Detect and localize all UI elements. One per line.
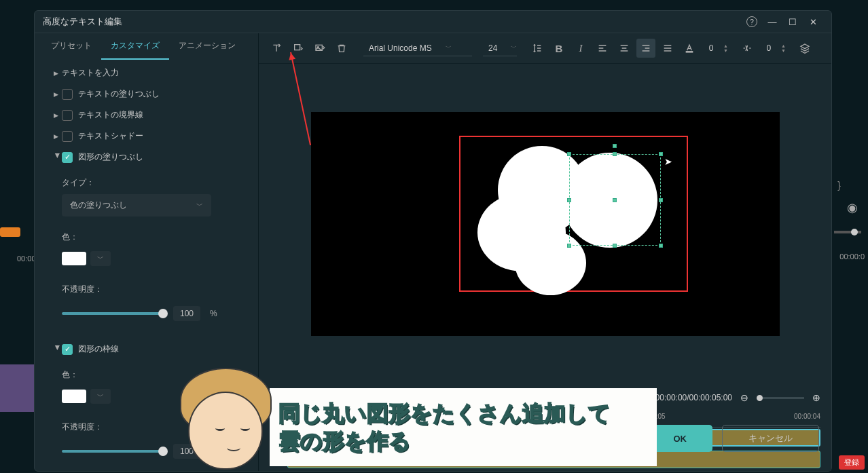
chevron-down-icon: ﹀ (446, 43, 452, 52)
resize-handle[interactable] (567, 198, 571, 202)
fill-type-select[interactable]: 色の塗りつぶし ﹀ (62, 194, 211, 216)
tab-customize[interactable]: カスタマイズ (101, 33, 169, 60)
tab-preset[interactable]: プリセット (41, 33, 101, 60)
bg-timeline-purple (0, 364, 34, 412)
close-button[interactable]: ✕ (803, 12, 823, 31)
opacity-control: 100 % (62, 306, 249, 321)
snapshot-icon[interactable]: ◉ (847, 200, 858, 215)
align-justify-icon[interactable] (658, 39, 677, 58)
spacing-spinner[interactable]: ▲▼ (723, 43, 728, 53)
line-height-input[interactable] (759, 43, 778, 53)
checkbox-text-fill[interactable] (62, 89, 73, 100)
dialog-title: 高度なテキスト編集 (43, 16, 742, 28)
register-badge[interactable]: 登録 (839, 455, 865, 470)
color-label: 色： (62, 226, 249, 246)
color-dropdown-icon[interactable]: ﹀ (90, 251, 111, 266)
opacity-value[interactable]: 100 (173, 306, 200, 321)
line-height-spinner[interactable]: ▲▼ (781, 43, 786, 53)
opacity-slider[interactable] (62, 312, 164, 315)
resize-handle[interactable] (659, 244, 663, 248)
prop-label: テキストの塗りつぶし (78, 88, 160, 100)
type-label: タイプ： (62, 172, 249, 191)
checkbox-text-border[interactable] (62, 110, 73, 121)
border-opacity-slider[interactable] (62, 450, 164, 453)
add-image-icon[interactable] (310, 39, 329, 58)
resize-handle[interactable] (659, 152, 663, 156)
resize-handle[interactable] (613, 152, 617, 156)
tab-animation[interactable]: アニメーション (169, 33, 245, 60)
checkbox-text-shadow[interactable] (62, 131, 73, 142)
line-spacing-icon[interactable] (528, 39, 547, 58)
bg-time-left: 00:00 (17, 254, 36, 263)
resize-handle[interactable] (613, 244, 617, 248)
prop-shape-fill[interactable]: ▶ ✓ 図形の塗りつぶし (35, 147, 258, 168)
avatar-character (180, 368, 272, 473)
subtitle-line2: 雲の形を作る (278, 428, 611, 456)
bg-beta-badge (0, 227, 20, 237)
chevron-down-icon: ﹀ (196, 201, 203, 210)
preview-area: ➤ (259, 64, 831, 384)
svg-rect-0 (295, 45, 300, 50)
cancel-button[interactable]: キャンセル (722, 425, 819, 452)
color-swatch (62, 390, 86, 403)
minimize-button[interactable]: — (762, 12, 782, 31)
help-button[interactable]: ? (742, 12, 762, 31)
preview-canvas[interactable]: ➤ (311, 112, 780, 336)
font-select[interactable]: Arial Unicode MS ﹀ (363, 41, 472, 56)
subtitle-text: 同じ丸い図形をたくさん追加して 雲の形を作る (278, 400, 611, 456)
align-left-icon[interactable] (593, 39, 612, 58)
prop-label: テキストを入力 (62, 67, 119, 79)
zoom-slider[interactable] (757, 397, 804, 399)
svg-rect-3 (686, 52, 692, 52)
color-picker[interactable]: ﹀ (62, 251, 249, 266)
prop-label: 図形の塗りつぶし (78, 151, 143, 163)
resize-handle[interactable] (567, 244, 571, 248)
prop-shape-border[interactable]: ▶ ✓ 図形の枠線 (35, 339, 258, 360)
prop-text-fill[interactable]: ▶ テキストの塗りつぶし (35, 83, 258, 105)
resize-handle[interactable] (567, 152, 571, 156)
color-swatch (62, 252, 86, 265)
checkbox-shape-fill[interactable]: ✓ (62, 152, 73, 163)
delete-icon[interactable] (332, 39, 351, 58)
prop-label: テキストの境界線 (78, 109, 143, 121)
letter-width-icon[interactable] (738, 39, 757, 58)
resize-handle[interactable] (659, 198, 663, 202)
tabs: プリセット カスタマイズ アニメーション (35, 33, 258, 60)
selection-box[interactable] (569, 154, 661, 246)
subtitle-line1: 同じ丸い図形をたくさん追加して (278, 400, 611, 428)
checkbox-shape-border[interactable]: ✓ (62, 344, 73, 355)
rotate-handle[interactable] (613, 144, 617, 148)
center-handle[interactable] (613, 198, 617, 202)
opacity-unit: % (210, 309, 217, 318)
dialog-buttons: OK キャンセル (648, 425, 820, 452)
text-color-icon[interactable] (680, 39, 699, 58)
cursor-icon: ➤ (664, 156, 672, 167)
align-center-icon[interactable] (615, 39, 634, 58)
zoom-in-button[interactable]: ⊕ (812, 392, 820, 403)
ok-button[interactable]: OK (648, 425, 713, 452)
time-display: 00:00:00:00/00:00:05:00 (644, 393, 732, 402)
char-spacing-input[interactable] (702, 43, 721, 53)
add-text-icon[interactable] (267, 39, 286, 58)
align-right-icon[interactable] (636, 39, 655, 58)
title-bar: 高度なテキスト編集 ? — ☐ ✕ (35, 11, 831, 33)
layers-icon[interactable] (795, 39, 814, 58)
ruler-mark: 00:00:04 (794, 413, 820, 420)
zoom-out-button[interactable]: ⊖ (740, 392, 748, 403)
bg-brace: } (837, 180, 841, 191)
color-dropdown-icon[interactable]: ﹀ (90, 389, 111, 404)
font-size-select[interactable]: 24 ﹀ (483, 41, 517, 56)
bg-time-right: 00:00:0 (839, 252, 865, 261)
font-size: 24 (488, 43, 497, 53)
prop-label: テキストシャドー (78, 130, 143, 142)
prop-text-border[interactable]: ▶ テキストの境界線 (35, 105, 258, 126)
prop-text-shadow[interactable]: ▶ テキストシャドー (35, 126, 258, 147)
bg-zoom-slider[interactable] (834, 231, 861, 233)
prop-label: 図形の枠線 (78, 343, 119, 355)
chevron-down-icon: ﹀ (511, 43, 517, 52)
prop-text-input[interactable]: ▶ テキストを入力 (35, 62, 258, 83)
bold-icon[interactable]: B (549, 39, 568, 58)
maximize-button[interactable]: ☐ (782, 12, 803, 31)
font-name: Arial Unicode MS (369, 43, 432, 53)
italic-icon[interactable]: I (571, 39, 590, 58)
